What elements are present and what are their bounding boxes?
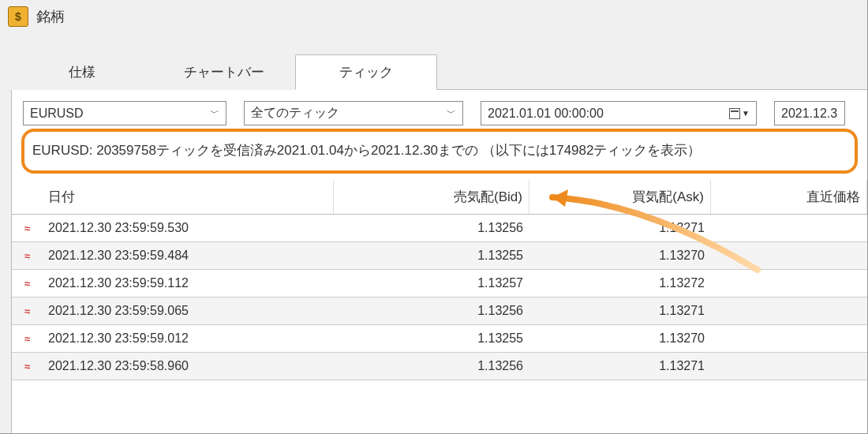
cell-ask: 1.13271	[529, 215, 711, 241]
tick-type-value: 全てのティック	[251, 105, 339, 122]
cell-bid: 1.13257	[334, 270, 529, 297]
filter-row: EURUSD ﹀ 全てのティック ﹀ 2021.01.01 00:00:00 ▼…	[12, 101, 867, 125]
symbol-select-value: EURUSD	[30, 107, 84, 121]
symbol-window: $ 銘柄 仕様 チャートバー ティック EURUSD ﹀ 全てのティック ﹀ 2…	[0, 0, 868, 434]
calendar-picker[interactable]: ▼	[729, 108, 750, 119]
chevron-down-icon: ﹀	[210, 107, 219, 120]
cell-last	[711, 249, 867, 262]
table-header: 日付 売気配(Bid) 買気配(Ask) 直近価格	[12, 180, 867, 215]
wave-icon: ≈	[12, 244, 42, 268]
cell-last	[711, 332, 867, 345]
cell-date: 2021.12.30 23:59:59.484	[42, 242, 334, 269]
tick-table: 日付 売気配(Bid) 買気配(Ask) 直近価格 ≈2021.12.30 23…	[12, 180, 867, 380]
date-to-value: 2021.12.3	[781, 107, 837, 121]
wave-icon: ≈	[12, 271, 42, 296]
cell-date: 2021.12.30 23:59:59.530	[42, 215, 334, 241]
content: 仕様 チャートバー ティック EURUSD ﹀ 全てのティック ﹀ 2021.0…	[0, 33, 867, 433]
cell-date: 2021.12.30 23:59:59.112	[42, 270, 334, 297]
cell-ask: 1.13272	[529, 270, 711, 297]
status-highlight: EURUSD: 20359758ティックを受信済み2021.01.04から202…	[21, 129, 858, 174]
tab-spec[interactable]: 仕様	[11, 54, 153, 90]
table-row[interactable]: ≈2021.12.30 23:59:58.9601.132561.13271	[12, 353, 867, 380]
col-date[interactable]: 日付	[42, 180, 334, 214]
cell-bid: 1.13256	[334, 215, 529, 241]
table-row[interactable]: ≈2021.12.30 23:59:59.5301.132561.13271	[12, 215, 867, 242]
wave-icon: ≈	[12, 299, 42, 324]
date-from-value: 2021.01.01 00:00:00	[488, 107, 729, 121]
cell-date: 2021.12.30 23:59:58.960	[42, 353, 334, 380]
cell-last	[711, 305, 867, 317]
tick-type-select[interactable]: 全てのティック ﹀	[244, 101, 463, 125]
wave-icon: ≈	[12, 327, 42, 351]
table-row[interactable]: ≈2021.12.30 23:59:59.1121.132571.13272	[12, 270, 867, 297]
tick-panel: EURUSD ﹀ 全てのティック ﹀ 2021.01.01 00:00:00 ▼…	[11, 90, 867, 433]
cell-date: 2021.12.30 23:59:59.065	[42, 297, 334, 324]
cell-date: 2021.12.30 23:59:59.012	[42, 325, 334, 352]
tab-ticks[interactable]: ティック	[295, 54, 437, 90]
col-last[interactable]: 直近価格	[711, 180, 867, 214]
date-from-input[interactable]: 2021.01.01 00:00:00 ▼	[481, 101, 757, 125]
cell-bid: 1.13256	[334, 297, 529, 324]
wave-icon: ≈	[12, 354, 42, 379]
col-ask[interactable]: 買気配(Ask)	[529, 180, 711, 214]
cell-ask: 1.13270	[529, 325, 711, 352]
tabs: 仕様 チャートバー ティック	[11, 54, 867, 90]
window-title: 銘柄	[36, 7, 65, 26]
table-row[interactable]: ≈2021.12.30 23:59:59.0121.132551.13270	[12, 325, 867, 353]
cell-last	[711, 277, 867, 290]
col-icon	[12, 189, 42, 205]
table-row[interactable]: ≈2021.12.30 23:59:59.0651.132561.13271	[12, 297, 867, 325]
cell-bid: 1.13255	[334, 325, 529, 352]
cell-bid: 1.13255	[334, 242, 529, 269]
status-text: EURUSD: 20359758ティックを受信済み2021.01.04から202…	[32, 141, 847, 159]
cell-last	[711, 360, 867, 372]
tab-bars[interactable]: チャートバー	[153, 54, 295, 90]
table-row[interactable]: ≈2021.12.30 23:59:59.4841.132551.13270	[12, 242, 867, 270]
calendar-icon	[729, 108, 740, 119]
dollar-icon: $	[8, 6, 28, 27]
chevron-down-icon: ▼	[742, 109, 750, 118]
cell-bid: 1.13256	[334, 353, 529, 380]
date-to-input[interactable]: 2021.12.3	[774, 101, 845, 125]
cell-ask: 1.13270	[529, 242, 711, 269]
cell-last	[711, 222, 867, 234]
titlebar: $ 銘柄	[0, 0, 867, 33]
col-bid[interactable]: 売気配(Bid)	[334, 180, 529, 214]
cell-ask: 1.13271	[529, 297, 711, 324]
symbol-select[interactable]: EURUSD ﹀	[23, 101, 226, 125]
cell-ask: 1.13271	[529, 353, 711, 380]
chevron-down-icon: ﹀	[447, 107, 456, 120]
wave-icon: ≈	[12, 216, 42, 241]
